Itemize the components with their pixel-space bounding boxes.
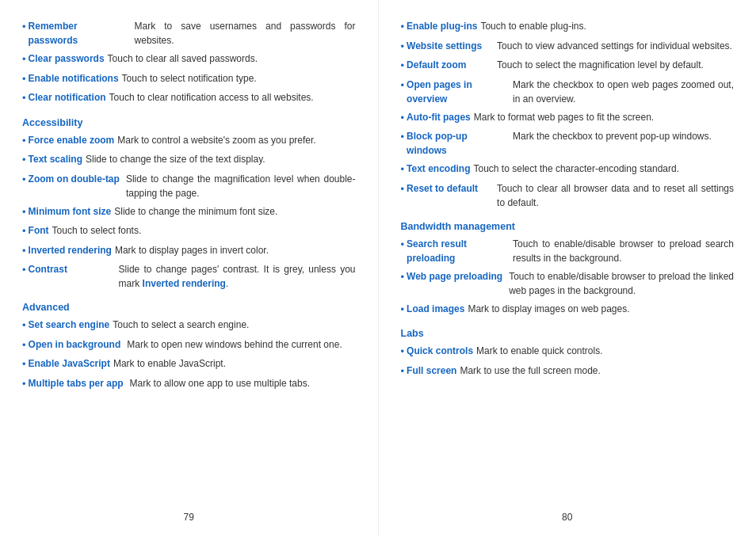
- bullet-icon: •: [22, 172, 26, 188]
- item-desc: Touch to select the magnification level …: [497, 58, 704, 72]
- bullet-icon: •: [401, 129, 405, 145]
- list-item: •Enable notificationsTouch to select not…: [22, 71, 356, 87]
- item-desc: Mark the checkbox to prevent pop-up wind…: [513, 129, 712, 143]
- item-desc: Mark to enable JavaScript.: [113, 356, 226, 371]
- list-item: •Text encodingTouch to select the charac…: [401, 162, 735, 177]
- item-desc: Touch to enable plug-ins.: [480, 19, 586, 33]
- item-desc: Touch to select the character-encoding s…: [474, 162, 680, 176]
- list-item: •Clear passwordsTouch to clear all saved…: [22, 51, 356, 67]
- item-desc: Touch to clear notification access to al…: [109, 90, 314, 105]
- bullet-icon: •: [22, 90, 26, 106]
- item-term: Open in background: [29, 339, 121, 350]
- list-item: •Force enable zoomMark to control a webs…: [22, 133, 356, 149]
- bullet-icon: •: [401, 19, 405, 35]
- bullet-icon: •: [22, 318, 26, 333]
- item-term: Text scaling: [29, 152, 82, 166]
- bullet-icon: •: [401, 269, 405, 285]
- item-term: Reset to default: [407, 183, 478, 194]
- section-title: Labs: [401, 328, 735, 339]
- item-desc: Touch to view advanced settings for indi…: [497, 39, 732, 53]
- item-term: Clear notification: [29, 90, 106, 105]
- item-term: Open pages in overview: [407, 79, 472, 105]
- item-term: Zoom on double-tap: [29, 173, 120, 185]
- item-desc: Mark to open new windows behind the curr…: [127, 337, 342, 352]
- item-term: Block pop-up windows: [407, 131, 468, 156]
- left-page: •Remember passwordsMark to save username…: [0, 0, 379, 537]
- item-term: Inverted rendering: [29, 243, 112, 257]
- item-desc: Mark to allow one app to use multiple ta…: [130, 376, 310, 390]
- bullet-icon: •: [401, 364, 405, 379]
- item-desc: Mark to display images on web pages.: [468, 302, 629, 316]
- bullet-icon: •: [22, 376, 26, 392]
- list-item: •Load imagesMark to display images on we…: [401, 302, 735, 318]
- list-item: •Block pop-up windowsMark the checkbox t…: [401, 129, 735, 158]
- bullet-icon: •: [401, 344, 405, 360]
- bullet-icon: •: [22, 223, 26, 239]
- item-desc: Touch to select fonts.: [52, 223, 142, 238]
- list-item: •Inverted renderingMark to display pages…: [22, 243, 356, 259]
- item-desc: Mark to enable quick controls.: [476, 344, 602, 358]
- bullet-icon: •: [401, 181, 405, 197]
- item-desc: Touch to select notification type.: [122, 71, 257, 86]
- list-item: •Multiple tabs per appMark to allow one …: [22, 376, 356, 392]
- bullet-icon: •: [22, 71, 26, 87]
- list-item: •Open pages in overviewMark the checkbox…: [401, 78, 735, 106]
- list-item: •Zoom on double-tapSlide to change the m…: [22, 172, 356, 200]
- bullet-icon: •: [22, 337, 26, 353]
- item-term: Full screen: [407, 364, 456, 378]
- item-desc: Mark to save usernames and passwords for…: [135, 19, 356, 48]
- list-item: •Enable plug-insTouch to enable plug-ins…: [401, 19, 735, 35]
- list-item: •Auto-fit pagesMark to format web pages …: [401, 110, 735, 126]
- section-title: Advanced: [22, 302, 356, 313]
- item-term: Multiple tabs per app: [29, 378, 124, 389]
- item-desc: Slide to change the magnification level …: [126, 172, 356, 200]
- item-desc: Mark to display pages in invert color.: [115, 243, 269, 257]
- right-page: •Enable plug-insTouch to enable plug-ins…: [379, 0, 757, 537]
- bullet-icon: •: [22, 133, 26, 149]
- item-term: Search result preloading: [407, 238, 467, 264]
- list-item: •Remember passwordsMark to save username…: [22, 19, 356, 48]
- list-item: •Minimum font sizeSlide to change the mi…: [22, 204, 356, 220]
- bullet-icon: •: [22, 262, 26, 278]
- item-desc: Slide to change the minimum font size.: [114, 204, 277, 219]
- item-desc: Mark the checkbox to open web pages zoom…: [513, 78, 734, 106]
- item-desc: Slide to change the size of the text dis…: [86, 152, 265, 166]
- item-desc: Slide to change pages' contrast. It is g…: [119, 262, 356, 291]
- bullet-icon: •: [401, 162, 405, 177]
- bullet-icon: •: [22, 19, 26, 35]
- list-item: •Quick controlsMark to enable quick cont…: [401, 344, 735, 360]
- bullet-icon: •: [401, 302, 405, 318]
- list-item: •Clear notificationTouch to clear notifi…: [22, 90, 356, 106]
- item-term: Set search engine: [29, 318, 110, 332]
- item-term: Web page preloading: [407, 271, 502, 282]
- item-term: Force enable zoom: [29, 133, 115, 147]
- item-term: Default zoom: [407, 59, 466, 70]
- item-term: Minimum font size: [29, 204, 112, 219]
- bullet-icon: •: [401, 78, 405, 93]
- item-term: Website settings: [407, 40, 482, 51]
- list-item: •Set search engineTouch to select a sear…: [22, 318, 356, 333]
- bullet-icon: •: [401, 237, 405, 253]
- bullet-icon: •: [401, 58, 405, 74]
- bullet-icon: •: [22, 51, 26, 67]
- bullet-icon: •: [22, 152, 26, 168]
- page-number-right: 80: [562, 512, 572, 523]
- item-desc: Touch to enable/disable browser to prelo…: [509, 269, 734, 298]
- item-term: Contrast: [29, 264, 67, 275]
- item-desc: Touch to enable/disable browser to prelo…: [513, 237, 734, 265]
- item-term: Remember passwords: [29, 21, 78, 46]
- item-term: Quick controls: [407, 344, 473, 358]
- item-term: Enable JavaScript: [29, 356, 110, 371]
- list-item: •Default zoomTouch to select the magnifi…: [401, 58, 735, 74]
- item-term: Font: [29, 223, 49, 238]
- section-title: Bandwidth management: [401, 221, 735, 232]
- bullet-icon: •: [22, 243, 26, 259]
- bullet-icon: •: [22, 204, 26, 220]
- list-item: •Full screenMark to use the full screen …: [401, 364, 735, 379]
- bullet-icon: •: [401, 39, 405, 55]
- list-item: •Text scalingSlide to change the size of…: [22, 152, 356, 168]
- item-desc: Mark to use the full screen mode.: [460, 364, 600, 378]
- bullet-icon: •: [401, 110, 405, 126]
- item-desc: Touch to clear all browser data and to r…: [497, 181, 734, 210]
- item-term: Auto-fit pages: [407, 110, 471, 124]
